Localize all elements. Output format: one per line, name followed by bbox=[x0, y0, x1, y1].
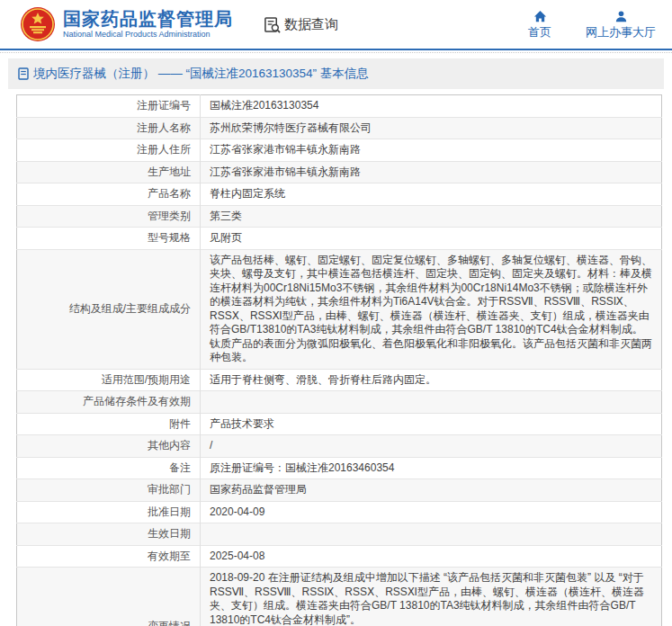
field-label: 管理类别 bbox=[17, 205, 201, 228]
agency-title: 国家药品监督管理局 bbox=[63, 9, 233, 29]
table-row: 变更情况 2018-09-20 在注册证结构及组成中增加以下描述 “该产品包括灭… bbox=[17, 568, 662, 626]
table-row: 审批部门 国家药品监督管理局 bbox=[17, 479, 662, 502]
table-row: 注册证编号 国械注准20163130354 bbox=[17, 95, 662, 118]
nav-home[interactable]: 首页 bbox=[528, 10, 551, 39]
table-row: 适用范围/预期用途 适用于脊柱侧弯、滑脱、骨折脊柱后路内固定。 bbox=[17, 369, 662, 391]
agency-logo[interactable]: 国家药品监督管理局 National Medical Products Admi… bbox=[20, 6, 233, 42]
table-row: 有效期至 2025-04-08 bbox=[17, 545, 662, 568]
field-value: / bbox=[201, 435, 662, 458]
field-label: 适用范围/预期用途 bbox=[17, 369, 201, 391]
field-value: 国械注准20163130354 bbox=[201, 95, 662, 118]
field-value: 该产品包括棒、螺钉、固定螺钉、固定复位螺钉、多轴螺钉、多轴复位螺钉、横连器、骨钩… bbox=[201, 249, 662, 369]
field-value: 适用于脊柱侧弯、滑脱、骨折脊柱后路内固定。 bbox=[201, 369, 662, 391]
agency-subtitle: National Medical Products Administration bbox=[63, 29, 233, 40]
page-title-bar: 境内医疗器械（注册） —— “国械注准20163130354” 基本信息 bbox=[8, 58, 664, 89]
field-value bbox=[201, 391, 662, 414]
table-row: 产品名称 脊柱内固定系统 bbox=[17, 183, 662, 206]
table-row: 管理类别 第三类 bbox=[17, 205, 662, 228]
field-value: 2025-04-08 bbox=[201, 545, 662, 568]
table-row: 其他内容 / bbox=[17, 435, 662, 458]
table-row: 备注 原注册证编号：国械注准20163460354 bbox=[17, 457, 662, 479]
registration-info-table: 注册证编号 国械注准20163130354 注册人名称 苏州欣荣博尔特医疗器械有… bbox=[16, 94, 662, 626]
document-icon bbox=[18, 67, 29, 80]
person-icon bbox=[614, 10, 628, 23]
field-label: 备注 bbox=[17, 457, 201, 479]
field-label: 附件 bbox=[17, 413, 201, 435]
field-value: 江苏省张家港市锦丰镇永新南路 bbox=[201, 161, 662, 183]
field-label: 变更情况 bbox=[17, 568, 201, 626]
field-value: 产品技术要求 bbox=[201, 413, 662, 435]
field-value: 2020-04-09 bbox=[201, 501, 662, 523]
dotted-separator bbox=[0, 52, 672, 53]
field-value: 苏州欣荣博尔特医疗器械有限公司 bbox=[201, 117, 662, 139]
field-value: 国家药品监督管理局 bbox=[201, 479, 662, 502]
table-row: 生产地址 江苏省张家港市锦丰镇永新南路 bbox=[17, 161, 662, 183]
field-label: 注册证编号 bbox=[17, 95, 201, 118]
field-value: 原注册证编号：国械注准20163460354 bbox=[201, 457, 662, 479]
field-label: 结构及组成/主要组成成分 bbox=[17, 249, 201, 369]
field-label: 产品储存条件及有效期 bbox=[17, 391, 201, 414]
field-value bbox=[201, 523, 662, 546]
nav-home-label: 首页 bbox=[528, 25, 551, 39]
field-label: 审批部门 bbox=[17, 479, 201, 502]
field-label: 生产地址 bbox=[17, 161, 201, 183]
page-title: 境内医疗器械（注册） —— “国械注准20163130354” 基本信息 bbox=[33, 66, 369, 82]
field-label: 生效日期 bbox=[17, 523, 201, 546]
house-icon bbox=[533, 10, 547, 23]
nav-service-hall[interactable]: 网上办事大厅 bbox=[586, 10, 656, 39]
field-value: 江苏省张家港市锦丰镇永新南路 bbox=[201, 139, 662, 162]
table-row: 注册人名称 苏州欣荣博尔特医疗器械有限公司 bbox=[17, 117, 662, 139]
field-value: 脊柱内固定系统 bbox=[201, 183, 662, 206]
table-row: 注册人住所 江苏省张家港市锦丰镇永新南路 bbox=[17, 139, 662, 162]
field-value: 第三类 bbox=[201, 205, 662, 228]
site-header: 国家药品监督管理局 National Medical Products Admi… bbox=[0, 0, 672, 50]
field-label: 有效期至 bbox=[17, 545, 201, 568]
field-label: 其他内容 bbox=[17, 435, 201, 458]
field-label: 产品名称 bbox=[17, 183, 201, 206]
table-row: 结构及组成/主要组成成分 该产品包括棒、螺钉、固定螺钉、固定复位螺钉、多轴螺钉、… bbox=[17, 249, 662, 369]
data-query-menu[interactable]: 数据查询 bbox=[264, 16, 338, 33]
field-value: 见附页 bbox=[201, 228, 662, 250]
table-row: 附件 产品技术要求 bbox=[17, 413, 662, 435]
nav-hall-label: 网上办事大厅 bbox=[586, 25, 656, 39]
table-row: 型号规格 见附页 bbox=[17, 228, 662, 250]
field-label: 注册人住所 bbox=[17, 139, 201, 162]
field-label: 批准日期 bbox=[17, 501, 201, 523]
field-value: 2018-09-20 在注册证结构及组成中增加以下描述 “该产品包括灭菌和非灭菌… bbox=[201, 568, 662, 626]
data-query-label: 数据查询 bbox=[284, 16, 338, 33]
national-emblem-icon bbox=[20, 6, 56, 42]
table-row: 产品储存条件及有效期 bbox=[17, 391, 662, 414]
field-label: 型号规格 bbox=[17, 228, 201, 250]
document-search-icon bbox=[264, 16, 281, 33]
table-row: 批准日期 2020-04-09 bbox=[17, 501, 662, 523]
table-row: 生效日期 bbox=[17, 523, 662, 546]
field-label: 注册人名称 bbox=[17, 117, 201, 139]
